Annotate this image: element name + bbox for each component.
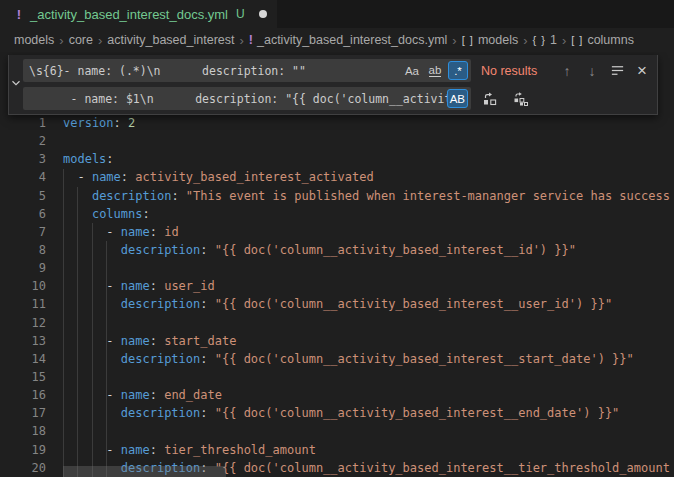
replace-input-value: - name: $1\n description: "{{ doc('colum… — [29, 92, 447, 106]
breadcrumb-label: models — [478, 33, 518, 47]
code-line: 17 description: "{{ doc('column__activit… — [0, 404, 674, 422]
breadcrumb-label: columns — [587, 33, 634, 47]
code-line: 6 columns: — [0, 205, 674, 223]
tab-bar: ! _activity_based_interest_docs.yml U — [0, 0, 674, 28]
breadcrumb-label: activity_based_interest — [107, 33, 234, 47]
line-number: 5 — [0, 187, 46, 205]
code-line: 12 — [0, 314, 674, 332]
line-number: 13 — [0, 332, 46, 350]
breadcrumb-separator-icon: › — [523, 33, 527, 48]
replace-button[interactable] — [479, 88, 501, 110]
code-text: description: "{{ doc('column__activity_b… — [63, 350, 674, 368]
line-number: 7 — [0, 223, 46, 241]
line-number: 16 — [0, 386, 46, 404]
breadcrumb-label: core — [69, 33, 93, 47]
breadcrumb-item[interactable]: activity_based_interest — [107, 33, 234, 47]
editor-tab[interactable]: ! _activity_based_interest_docs.yml U — [0, 0, 277, 28]
code-area: 1version: 223models:4 - name: activity_b… — [0, 114, 674, 477]
horizontal-scrollbar[interactable] — [63, 466, 226, 477]
previous-match-button[interactable]: ↑ — [556, 60, 578, 82]
breadcrumb: models›core›activity_based_interest›!_ac… — [0, 28, 674, 52]
breadcrumb-item[interactable]: [ ]columns — [571, 33, 634, 47]
editor-pane[interactable]: 1version: 223models:4 - name: activity_b… — [0, 52, 674, 477]
code-line: 10 - name: user_id — [0, 277, 674, 295]
regex-toggle[interactable]: .* — [448, 61, 468, 80]
breadcrumb-label: _activity_based_interest_docs.yml — [257, 33, 447, 47]
code-line: 5 description: "This event is published … — [0, 187, 674, 205]
breadcrumb-label: models — [14, 33, 54, 47]
code-line: 14 description: "{{ doc('column__activit… — [0, 350, 674, 368]
replace-all-button[interactable] — [510, 88, 532, 110]
code-line: 11 description: "{{ doc('column__activit… — [0, 295, 674, 313]
find-widget: \s{6}- name: (.*)\n description: "" Aa a… — [8, 55, 658, 115]
arrow-down-icon: ↓ — [589, 63, 596, 79]
array-symbol-icon: [ ] — [462, 34, 474, 46]
code-text — [63, 314, 674, 332]
code-line: 8 description: "{{ doc('column__activity… — [0, 241, 674, 259]
code-text: - name: start_date — [63, 332, 674, 350]
code-text — [63, 422, 674, 440]
find-input[interactable]: \s{6}- name: (.*)\n description: "" Aa a… — [23, 59, 471, 82]
code-line: 1version: 2 — [0, 114, 674, 132]
breadcrumb-separator-icon: › — [239, 33, 243, 48]
git-untracked-badge: U — [236, 7, 245, 21]
line-number: 10 — [0, 277, 46, 295]
code-text: description: "{{ doc('column__activity_b… — [63, 295, 674, 313]
code-line: 13 - name: start_date — [0, 332, 674, 350]
breadcrumb-item[interactable]: core — [69, 33, 93, 47]
line-number: 8 — [0, 241, 46, 259]
breadcrumb-item[interactable]: !_activity_based_interest_docs.yml — [249, 33, 448, 47]
close-find-button[interactable]: × — [631, 60, 653, 82]
chevron-down-icon — [9, 76, 23, 94]
modified-dot-icon[interactable] — [259, 10, 267, 18]
find-in-selection-button[interactable] — [606, 60, 628, 82]
match-case-toggle[interactable]: Aa — [402, 61, 422, 80]
line-number: 6 — [0, 205, 46, 223]
array-symbol-icon: [ ] — [571, 34, 583, 46]
toggle-replace-button[interactable] — [9, 59, 23, 110]
tab-title: _activity_based_interest_docs.yml — [30, 7, 228, 22]
code-text: description: "{{ doc('column__activity_b… — [63, 241, 674, 259]
vscode-window: ! _activity_based_interest_docs.yml U mo… — [0, 0, 674, 477]
breadcrumb-item[interactable]: models — [14, 33, 54, 47]
line-number: 4 — [0, 168, 46, 186]
line-number: 17 — [0, 404, 46, 422]
line-number: 9 — [0, 259, 46, 277]
close-icon: × — [637, 61, 647, 81]
preserve-case-toggle[interactable]: AB — [447, 89, 468, 108]
code-text — [63, 132, 674, 150]
code-text: - name: activity_based_interest_activate… — [63, 168, 674, 186]
code-text: description: "{{ doc('column__activity_b… — [63, 404, 674, 422]
code-line: 3models: — [0, 150, 674, 168]
line-number: 1 — [0, 114, 46, 132]
indent-guide — [63, 169, 64, 477]
next-match-button[interactable]: ↓ — [581, 60, 603, 82]
breadcrumb-separator-icon: › — [452, 33, 456, 48]
arrow-up-icon: ↑ — [564, 63, 571, 79]
code-text: columns: — [63, 205, 674, 223]
code-text: - name: user_id — [63, 277, 674, 295]
breadcrumb-separator-icon: › — [98, 33, 102, 48]
whole-word-toggle[interactable]: ab — [425, 61, 445, 80]
indent-guide — [92, 223, 93, 477]
yaml-file-icon: ! — [14, 7, 24, 22]
line-number: 14 — [0, 350, 46, 368]
code-text — [63, 368, 674, 386]
replace-input[interactable]: - name: $1\n description: "{{ doc('colum… — [23, 87, 471, 110]
breadcrumb-separator-icon: › — [562, 33, 566, 48]
line-number: 19 — [0, 441, 46, 459]
find-input-value: \s{6}- name: (.*)\n description: "" — [29, 64, 402, 78]
line-number: 15 — [0, 368, 46, 386]
code-line: 18 — [0, 422, 674, 440]
code-text — [63, 259, 674, 277]
breadcrumb-separator-icon: › — [59, 33, 63, 48]
line-number: 3 — [0, 150, 46, 168]
line-number: 11 — [0, 295, 46, 313]
indent-guide — [106, 241, 107, 477]
breadcrumb-item[interactable]: [ ]models — [462, 33, 518, 47]
breadcrumb-item[interactable]: { }1 — [533, 33, 557, 47]
code-text: - name: id — [63, 223, 674, 241]
breadcrumb-label: 1 — [550, 33, 557, 47]
replace-icon — [482, 91, 498, 107]
code-text: version: 2 — [63, 114, 674, 132]
